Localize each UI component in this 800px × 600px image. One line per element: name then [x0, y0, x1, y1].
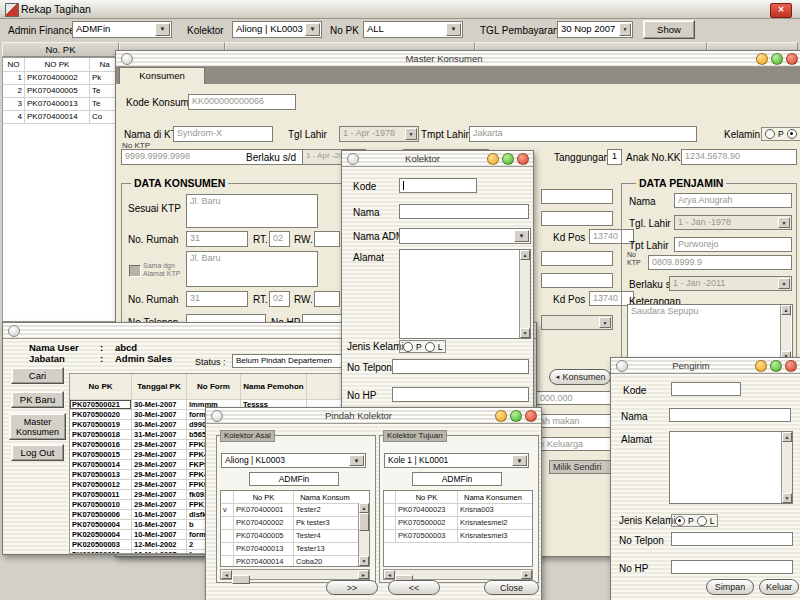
kolektor-asal-select[interactable]: Aliong | KL0003 ▼	[221, 453, 366, 468]
kolektor-select[interactable]: Aliong | KL0003 ▼	[232, 21, 322, 38]
milik-sendiri-field[interactable]: Milik Sendiri	[549, 460, 612, 474]
table-row[interactable]: PK070500002 Krisnatesmei2	[384, 517, 532, 530]
table-row[interactable]: PK070400023 Krisna003	[384, 504, 532, 517]
table-row[interactable]: 1 PK070400002 Pk	[3, 72, 119, 85]
scroll-up-icon[interactable]: ▲	[520, 250, 530, 260]
scroll-left-icon[interactable]: ◄	[384, 570, 395, 579]
no-telpon-field[interactable]	[392, 359, 529, 374]
tgl-lahir-select[interactable]: 1 - Apr -1978 ▼	[339, 126, 419, 142]
col-nama-konsumen[interactable]: Nama Konsumen	[458, 491, 528, 503]
table-row[interactable]: PK070400002 Pk tester3	[221, 517, 369, 530]
kecamatan-field-2[interactable]	[541, 273, 613, 288]
chevron-down-icon[interactable]: ▼	[512, 455, 527, 466]
chevron-down-icon[interactable]: ▼	[619, 23, 631, 36]
alamat-ktp-field[interactable]: Jl. Baru	[186, 194, 318, 228]
chevron-down-icon[interactable]: ▼	[405, 128, 417, 140]
scroll-up-icon[interactable]: ▲	[782, 432, 792, 442]
window-button-green[interactable]	[510, 410, 522, 422]
col-no-pk[interactable]: No PK	[234, 491, 294, 503]
keterangan-scrollbar[interactable]: ▲ ▼	[780, 305, 791, 361]
tab-konsumen[interactable]: Konsumen	[119, 67, 205, 84]
nama-adm-select[interactable]: ▼	[399, 228, 531, 244]
move-right-button[interactable]: >>	[326, 580, 378, 595]
master-konsumen-titlebar[interactable]: Master Konsumen	[116, 51, 800, 67]
sama-dgn-checkbox[interactable]	[129, 265, 141, 277]
asal-table-hscrollbar[interactable]: ◄ ►	[220, 569, 370, 580]
status-rumah-field[interactable]: k Keluarga	[536, 437, 612, 451]
rw-field[interactable]	[314, 231, 340, 247]
col-no-pk[interactable]: No PK	[396, 491, 458, 503]
penjamin-berlaku-select[interactable]: 1 - Jan -2011 ▼	[669, 276, 792, 291]
anak-nokk-field[interactable]: 1234.5678.90	[681, 149, 797, 165]
status-rumah-select[interactable]: ▼	[541, 315, 613, 330]
tujuan-adm-field[interactable]: ADMFin	[412, 472, 502, 486]
window-button-green[interactable]	[502, 153, 514, 165]
asal-table[interactable]: No PK Nama Konsum v PK070400001 Tester2 …	[220, 490, 370, 567]
pk-mini-table[interactable]: NO NO PK Na 1 PK070400002 Pk 2 PK0704000…	[2, 57, 120, 322]
scroll-left-icon[interactable]: ◄	[221, 570, 232, 579]
window-button-green[interactable]	[770, 360, 782, 372]
col-nama-konsumen[interactable]: Nama Konsum	[294, 491, 356, 503]
window-button-red[interactable]	[517, 153, 529, 165]
admin-finance-select[interactable]: ADMFin ▼	[72, 21, 172, 38]
chevron-down-icon[interactable]: ▼	[349, 455, 364, 466]
no-rumah-field-2[interactable]: 31	[186, 291, 248, 307]
asal-table-vscrollbar[interactable]: ▲ ▼	[358, 503, 369, 566]
kecamatan-field[interactable]	[541, 211, 613, 226]
no-rumah-field[interactable]: 31	[186, 231, 248, 247]
col-nama-pemohon[interactable]: Nama Pemohon	[241, 374, 307, 399]
penghasilan-field[interactable]: 000.000	[536, 391, 612, 405]
penjamin-nama-field[interactable]: Arya Anugrah	[674, 193, 792, 208]
scroll-up-icon[interactable]: ▲	[359, 503, 369, 513]
radio-p[interactable]	[403, 342, 413, 352]
nama-ktp-field[interactable]: Syndrom-X	[173, 126, 273, 142]
master-konsumen-button[interactable]: Master Konsumen	[9, 413, 66, 440]
pk-baru-button[interactable]: PK Baru	[11, 391, 64, 408]
alamat-scrollbar[interactable]: ▲ ▼	[519, 250, 530, 338]
nama-field[interactable]	[669, 408, 791, 422]
pindah-titlebar[interactable]: Pindah Kolektor	[206, 408, 541, 424]
rt-field-2[interactable]: 02	[269, 291, 290, 307]
chevron-down-icon[interactable]: ▼	[778, 217, 790, 228]
rw-field-2[interactable]	[314, 291, 340, 307]
alamat-tinggal-field[interactable]: Jl. Baru	[186, 251, 318, 287]
close-icon[interactable]: ✕	[770, 3, 792, 18]
table-row[interactable]: 4 PK070400014 Co	[3, 111, 119, 124]
alamat-scrollbar[interactable]: ▲ ▼	[781, 432, 792, 503]
scroll-right-icon[interactable]: ►	[358, 570, 369, 579]
window-button-red[interactable]	[785, 360, 797, 372]
window-button-yellow[interactable]	[487, 153, 499, 165]
penjamin-tpt-field[interactable]: Purworejo	[674, 237, 792, 252]
nama-field[interactable]	[399, 204, 529, 219]
move-left-button[interactable]: <<	[388, 580, 440, 595]
window-button-red[interactable]	[525, 410, 537, 422]
table-row[interactable]: 2 PK070400005 Te	[3, 85, 119, 98]
window-button-yellow[interactable]	[495, 410, 507, 422]
log-out-button[interactable]: Log Out	[11, 444, 64, 461]
chevron-down-icon[interactable]: ▼	[155, 23, 170, 36]
scroll-down-icon[interactable]: ▼	[782, 493, 792, 503]
chevron-down-icon[interactable]: ▼	[778, 278, 790, 289]
show-button[interactable]: Show	[643, 20, 695, 39]
chevron-down-icon[interactable]: ▼	[446, 23, 461, 36]
radio-p[interactable]	[675, 516, 685, 526]
table-row[interactable]: PK070400013 Tester13	[221, 543, 369, 556]
col-tanggal-pk[interactable]: Tanggal PK	[132, 374, 187, 399]
no-pk-select[interactable]: ALL ▼	[363, 21, 463, 38]
kode-konsumen-field[interactable]: KK000000000066	[188, 94, 296, 110]
radio-l[interactable]	[697, 516, 707, 526]
rt-field[interactable]: 02	[269, 231, 290, 247]
radio-p[interactable]	[765, 129, 775, 139]
table-row[interactable]: PK070400014 Coba20	[221, 556, 369, 567]
scroll-up-icon[interactable]: ▲	[781, 305, 791, 315]
col-header-no-pk[interactable]: No. PK	[2, 42, 119, 57]
kelurahan-field[interactable]	[541, 189, 613, 204]
radio-l[interactable]	[425, 342, 435, 352]
asal-adm-field[interactable]: ADMFin	[249, 472, 339, 486]
penjamin-ktp-field[interactable]: 0809.8999.9	[648, 255, 792, 270]
no-hp-field[interactable]	[671, 560, 793, 574]
tujuan-table[interactable]: No PK Nama Konsumen PK070400023 Krisna00…	[383, 490, 533, 567]
tujuan-table-hscrollbar[interactable]: ◄ ►	[383, 569, 533, 580]
window-button-yellow[interactable]	[756, 53, 768, 65]
status-field[interactable]: Belum Pindah Departemen	[232, 354, 344, 368]
